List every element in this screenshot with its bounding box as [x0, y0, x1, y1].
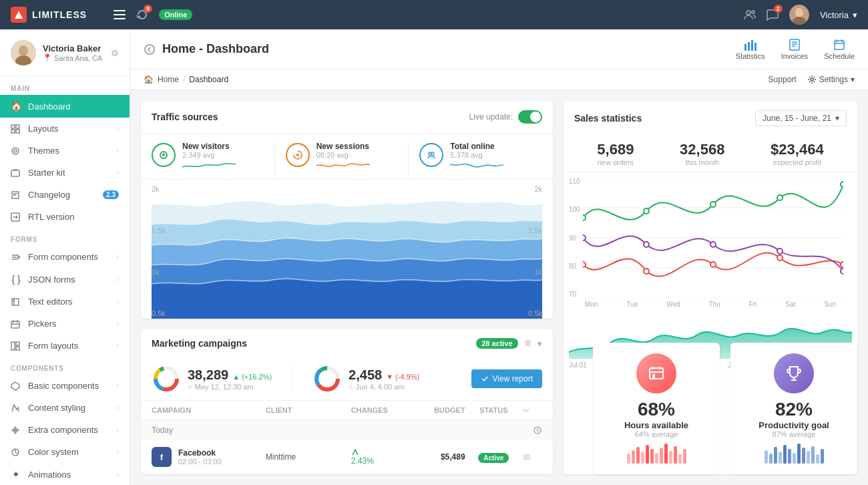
- svg-point-58: [841, 262, 843, 267]
- main-layout: Victoria Baker 📍 Santa Ana, CA ⚙ MAIN 🏠 …: [0, 29, 868, 485]
- campaigns-table-header: Campaign Client Changes Budget Status: [141, 401, 553, 420]
- sidebar-item-changelog-label: Changelog: [28, 190, 96, 200]
- sidebar-item-extra-components-label: Extra components: [28, 425, 110, 435]
- sidebar-item-basic-components[interactable]: Basic components ›: [0, 375, 130, 397]
- table-row: f Facebook 02:00 - 03:00 Minttime 2.43% …: [141, 440, 553, 474]
- color-system-chevron: ›: [117, 448, 119, 456]
- extra-components-chevron: ›: [117, 426, 119, 434]
- navbar-center: 9 Online: [114, 9, 192, 21]
- new-sessions-value: 08:20 avg: [316, 151, 370, 159]
- brand-icon: [11, 7, 27, 23]
- sidebar-item-color-system[interactable]: Color system ›: [0, 441, 130, 463]
- sales-date-picker[interactable]: June, 15 - June, 21 ▾: [755, 110, 847, 126]
- small-stat-cards: 68% Hours available 64% average: [593, 343, 857, 474]
- campaign-client: Minttime: [266, 452, 351, 462]
- group-time-icon: [533, 426, 542, 435]
- form-components-chevron: ›: [117, 253, 119, 261]
- metric2-value: 2,458: [349, 367, 382, 383]
- profile-info: Victoria Baker 📍 Santa Ana, CA: [43, 43, 104, 62]
- new-sessions-sparkline: [316, 159, 370, 172]
- breadcrumb-home[interactable]: Home: [158, 75, 179, 84]
- header-actions: Statistics Invoices Schedule: [736, 39, 855, 60]
- users-icon-btn[interactable]: [744, 9, 756, 21]
- menu-icon-btn[interactable]: [114, 9, 126, 21]
- svg-point-49: [583, 215, 586, 220]
- svg-point-37: [296, 154, 298, 156]
- stat-new-orders: 5,689 new orders: [597, 141, 634, 166]
- svg-point-62: [777, 249, 783, 254]
- marketing-metric-1: 38,289 ▲ (+16.2%) ○ May 12, 12:30 am: [152, 364, 272, 393]
- page-title-area: Home - Dashboard: [144, 42, 269, 56]
- back-button[interactable]: [144, 43, 156, 55]
- sidebar-item-themes[interactable]: Themes ›: [0, 140, 130, 162]
- sidebar-item-rtl[interactable]: RTL version: [0, 206, 130, 228]
- form-layouts-icon: [11, 341, 21, 351]
- content-styling-icon: [11, 403, 21, 413]
- traffic-area-chart: [152, 185, 542, 319]
- sidebar-item-changelog[interactable]: Changelog 2.3: [0, 184, 130, 206]
- svg-rect-30: [748, 42, 750, 51]
- user-menu[interactable]: Victoria ▾: [820, 10, 857, 20]
- schedule-action[interactable]: Schedule: [824, 39, 855, 60]
- marketing-campaigns-card: Marketing campaigns 28 active ≡ ▾: [141, 329, 553, 474]
- sidebar-item-themes-label: Themes: [28, 146, 110, 156]
- support-link[interactable]: Support: [769, 75, 797, 84]
- refresh-icon-btn[interactable]: 9: [136, 9, 148, 21]
- live-update-switch[interactable]: [518, 110, 542, 124]
- sidebar-item-animations[interactable]: ✦ Animations ›: [0, 463, 130, 485]
- components-section-label: COMPONENTS: [0, 357, 130, 375]
- sales-card-title: Sales statistics: [574, 113, 642, 124]
- campaign-budget: $5,489: [408, 452, 465, 462]
- svg-rect-14: [11, 130, 15, 133]
- sidebar-item-json-forms[interactable]: { } JSON forms ›: [0, 268, 130, 291]
- sidebar-item-form-layouts[interactable]: Form layouts ›: [0, 335, 130, 357]
- svg-point-35: [811, 78, 813, 81]
- invoices-action[interactable]: Invoices: [781, 39, 808, 60]
- refresh-badge: 9: [144, 5, 152, 13]
- marketing-header: Marketing campaigns 28 active ≡ ▾: [141, 329, 553, 357]
- statistics-action[interactable]: Statistics: [736, 39, 765, 60]
- basic-components-icon: [11, 381, 21, 391]
- sidebar-item-content-styling[interactable]: Content styling ›: [0, 397, 130, 419]
- sidebar-item-starter-kit[interactable]: Starter kit ›: [0, 162, 130, 184]
- schedule-icon: [833, 39, 845, 51]
- bottom-left: Marketing campaigns 28 active ≡ ▾: [141, 329, 553, 474]
- sidebar-item-layouts[interactable]: Layouts ›: [0, 118, 130, 140]
- sidebar-item-text-editors[interactable]: Text editors ›: [0, 291, 130, 313]
- schedule-label: Schedule: [824, 52, 855, 60]
- traffic-chart-area: 2k 1.5k 1k 0.5k 2k 1.5k 1k 0.5k: [141, 180, 553, 319]
- marketing-dropdown-icon[interactable]: ▾: [537, 339, 542, 349]
- facebook-icon: f: [152, 447, 172, 467]
- content-styling-chevron: ›: [117, 404, 119, 412]
- col-changes-header: Changes: [351, 406, 408, 414]
- svg-rect-21: [11, 321, 19, 328]
- profile-avatar: [11, 40, 36, 65]
- productivity-percent: 82%: [775, 399, 813, 420]
- themes-icon: [11, 146, 21, 156]
- sidebar-item-dashboard[interactable]: 🏠 Dashboard: [0, 95, 130, 118]
- svg-point-59: [583, 235, 586, 240]
- settings-link[interactable]: Settings ▾: [807, 75, 855, 84]
- marketing-metrics-row: 38,289 ▲ (+16.2%) ○ May 12, 12:30 am: [141, 357, 553, 401]
- sidebar-item-pickers[interactable]: Pickers ›: [0, 313, 130, 335]
- metric1-value: 38,289: [188, 367, 228, 383]
- sidebar-item-form-components-label: Form components: [28, 252, 110, 262]
- svg-rect-15: [16, 130, 19, 133]
- metric1-change: ▲ (+16.2%): [232, 373, 272, 381]
- profile-settings-icon[interactable]: ⚙: [111, 48, 119, 58]
- sidebar-item-pickers-label: Pickers: [28, 319, 110, 329]
- svg-rect-13: [16, 125, 19, 128]
- view-report-button[interactable]: View report: [471, 369, 542, 388]
- user-avatar[interactable]: [789, 5, 809, 25]
- messages-icon-btn[interactable]: 2: [767, 9, 779, 21]
- traffic-sources-card: Traffic sources Live update: New visitor…: [141, 101, 553, 319]
- row-action[interactable]: [522, 452, 542, 462]
- sidebar-item-form-components[interactable]: Form components ›: [0, 246, 130, 268]
- sidebar-item-extra-components[interactable]: Extra components ›: [0, 419, 130, 441]
- profile-name: Victoria Baker: [43, 43, 104, 53]
- marketing-menu-icon[interactable]: ≡: [525, 337, 531, 349]
- svg-rect-74: [650, 368, 663, 379]
- svg-rect-24: [16, 347, 19, 350]
- stat-expected-profit: $23,464 expected profit: [771, 141, 824, 166]
- svg-rect-29: [744, 44, 746, 51]
